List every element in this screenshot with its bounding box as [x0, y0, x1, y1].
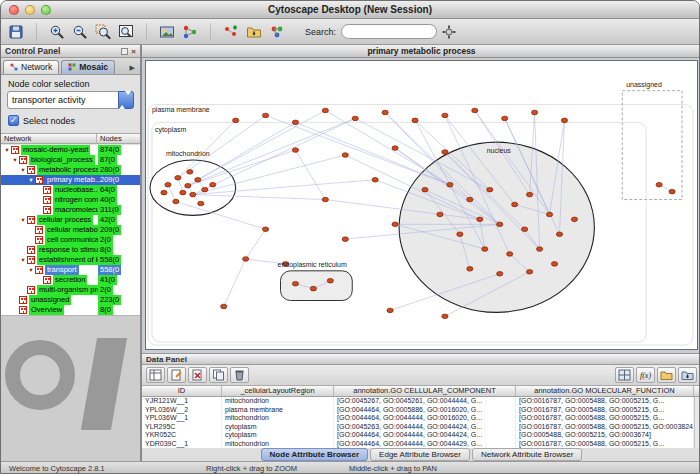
- graph-node[interactable]: [372, 177, 378, 182]
- tree-item-establishment-of-lo[interactable]: ▼establishment of lo...558(0: [1, 255, 140, 265]
- graph-node[interactable]: [190, 192, 196, 197]
- attribute-matrix-button[interactable]: [615, 367, 634, 383]
- graph-node[interactable]: [442, 314, 448, 319]
- expand-icon[interactable]: ▼: [11, 155, 19, 165]
- more-tabs-arrow-icon[interactable]: ▶: [127, 62, 138, 74]
- graph-node[interactable]: [467, 197, 473, 202]
- tree-item-mosaic-demo-yeast[interactable]: ▼mosaic-demo-yeast874(0: [1, 145, 140, 155]
- table-scrollbar[interactable]: [694, 397, 700, 448]
- create-network-button[interactable]: [220, 21, 242, 43]
- graph-node[interactable]: [669, 189, 675, 194]
- graph-node[interactable]: [327, 278, 333, 283]
- graph-node[interactable]: [392, 222, 398, 227]
- close-window-button[interactable]: [9, 5, 19, 15]
- graph-node[interactable]: [292, 120, 298, 125]
- attribute-select-button[interactable]: [146, 367, 165, 383]
- column-header[interactable]: _cellularLayoutRegion: [222, 386, 334, 396]
- attribute-batch-button[interactable]: [209, 367, 228, 383]
- tree-header-nodes[interactable]: Nodes: [97, 134, 140, 143]
- column-header[interactable]: annotation.GO CELLULAR_COMPONENT: [334, 386, 516, 396]
- expand-icon[interactable]: ▼: [27, 175, 35, 185]
- select-nodes-checkbox[interactable]: [8, 115, 19, 126]
- graph-node[interactable]: [467, 267, 473, 272]
- graph-node[interactable]: [412, 118, 418, 123]
- graph-node[interactable]: [292, 281, 298, 286]
- expand-icon[interactable]: ▼: [3, 145, 11, 155]
- graph-node[interactable]: [202, 187, 208, 192]
- tree-item-multi-organism-pro[interactable]: multi-organism pro...2(0: [1, 285, 140, 295]
- attribute-create-button[interactable]: [167, 367, 186, 383]
- expand-icon[interactable]: ▼: [19, 165, 27, 175]
- tab-network[interactable]: Network: [3, 60, 59, 74]
- graph-node[interactable]: [342, 237, 348, 242]
- graph-node[interactable]: [187, 170, 193, 175]
- float-panel-icon[interactable]: [121, 48, 128, 55]
- graph-node[interactable]: [422, 187, 428, 192]
- table-row[interactable]: YLR295Ccytoplasm[GO:0045263, GO:0044444,…: [142, 423, 700, 432]
- expand-icon[interactable]: ▼: [19, 215, 27, 225]
- graph-node[interactable]: [487, 187, 493, 192]
- trash-button[interactable]: [230, 367, 249, 383]
- table-row[interactable]: YDR039C__1mitochondrion[GO:0044464, GO:0…: [142, 440, 700, 449]
- tree-item-nucleobase[interactable]: nucleobase...64(0: [1, 185, 140, 195]
- search-options-button[interactable]: [438, 21, 460, 43]
- tree-item-cellular-metabo[interactable]: cellular metabo...209(0: [1, 225, 140, 235]
- graph-node[interactable]: [185, 183, 191, 188]
- column-header[interactable]: annotation.GO MOLECULAR_FUNCTION: [516, 386, 694, 396]
- network-canvas[interactable]: mitochondrionnucleusendoplasmic reticulu…: [145, 60, 698, 350]
- graph-node[interactable]: [392, 146, 398, 151]
- graph-node[interactable]: [387, 308, 393, 313]
- graph-node[interactable]: [180, 190, 186, 195]
- graph-node[interactable]: [437, 212, 443, 217]
- zoom-window-button[interactable]: [41, 5, 51, 15]
- save-button[interactable]: [5, 21, 27, 43]
- graph-node[interactable]: [198, 201, 204, 206]
- graph-node[interactable]: [571, 217, 577, 222]
- graph-node[interactable]: [457, 232, 463, 237]
- network-overview-button[interactable]: [179, 21, 201, 43]
- graph-node[interactable]: [310, 286, 316, 291]
- title-bar[interactable]: Cytoscape Desktop (New Session): [1, 1, 699, 19]
- tab-node-attribute-browser[interactable]: Node Attribute Browser: [261, 448, 369, 461]
- graph-node[interactable]: [556, 232, 562, 237]
- network-graph[interactable]: mitochondrionnucleusendoplasmic reticulu…: [146, 61, 697, 349]
- tree-item-response-to-stimu[interactable]: response to stimu...8(0: [1, 245, 140, 255]
- graph-node[interactable]: [243, 257, 249, 262]
- graph-node[interactable]: [502, 116, 508, 121]
- node-color-combobox[interactable]: transporter activity: [7, 91, 134, 109]
- graph-node[interactable]: [497, 222, 503, 227]
- import-network-button[interactable]: [243, 21, 265, 43]
- function-builder-button[interactable]: f(x): [636, 367, 655, 383]
- table-row[interactable]: YKR052Ccytoplasm[GO:0044464, GO:0044444,…: [142, 431, 700, 440]
- tree-item-transport[interactable]: ▼transport558(0: [1, 265, 140, 275]
- tab-edge-attribute-browser[interactable]: Edge Attribute Browser: [370, 448, 470, 461]
- table-row[interactable]: YPL036W__2plasma membrane[GO:0044464, GO…: [142, 406, 700, 415]
- graph-node[interactable]: [173, 199, 179, 204]
- zoom-selected-button[interactable]: [92, 21, 114, 43]
- tree-item-unassigned[interactable]: unassigned223(0: [1, 295, 140, 305]
- search-input[interactable]: [341, 24, 437, 39]
- graph-node[interactable]: [442, 113, 448, 118]
- graph-node[interactable]: [322, 197, 328, 202]
- graph-node[interactable]: [175, 176, 181, 181]
- attribute-delete-button[interactable]: [188, 367, 207, 383]
- graph-node[interactable]: [472, 108, 478, 113]
- tree-item-macromolecul[interactable]: macromolecul...311(0: [1, 205, 140, 215]
- minimize-window-button[interactable]: [25, 5, 35, 15]
- graph-node[interactable]: [546, 212, 552, 217]
- tree-item-secretion[interactable]: secretion41(0: [1, 275, 140, 285]
- network-frame-title[interactable]: primary metabolic process: [142, 45, 700, 58]
- graph-node[interactable]: [536, 247, 542, 252]
- tab-network-attribute-browser[interactable]: Network Attribute Browser: [472, 448, 582, 461]
- graph-node[interactable]: [262, 227, 268, 232]
- graph-node[interactable]: [551, 262, 557, 267]
- graph-node[interactable]: [262, 113, 268, 118]
- tree-item-overview[interactable]: Overview8(0: [1, 305, 140, 315]
- table-row[interactable]: YJR121W__1mitochondrion[GO:0045267, GO:0…: [142, 397, 700, 406]
- graph-node[interactable]: [292, 148, 298, 153]
- expand-icon[interactable]: ▼: [27, 265, 35, 275]
- graph-node[interactable]: [442, 150, 448, 155]
- tree-item-primary-metab[interactable]: ▼primary metab...209(0: [1, 175, 140, 185]
- graph-node[interactable]: [497, 272, 503, 277]
- table-row[interactable]: YPL036W__1mitochondrion[GO:0044464, GO:0…: [142, 414, 700, 423]
